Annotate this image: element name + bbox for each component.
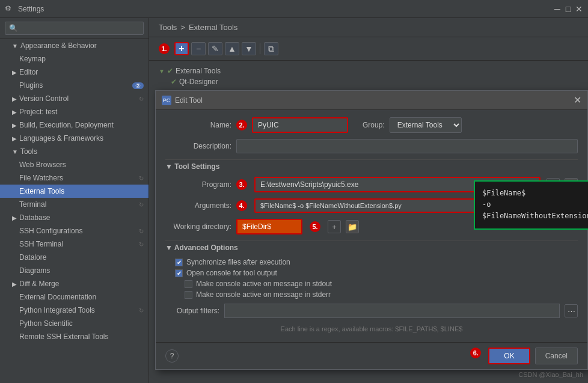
remove-button[interactable]: − <box>191 42 206 55</box>
output-filters-row: Output filters: ⋯ <box>165 304 578 318</box>
sidebar-item-diff-merge[interactable]: ▶ Diff & Merge <box>0 277 149 290</box>
make-active-stdout-checkbox[interactable] <box>185 280 192 288</box>
sidebar-item-label: Keymap <box>19 55 46 63</box>
output-filters-button[interactable]: ⋯ <box>565 304 578 317</box>
tree-item-qt-designer[interactable]: ✔ Qt-Designer <box>159 76 578 87</box>
ok-button[interactable]: OK <box>488 348 530 364</box>
sidebar-item-datalore[interactable]: Datalore <box>0 251 149 264</box>
working-dir-folder-button[interactable]: 📁 <box>346 220 359 233</box>
sidebar-item-label: Build, Execution, Deployment <box>19 121 114 129</box>
cancel-button[interactable]: Cancel <box>535 348 578 364</box>
dialog-footer: ? 6. OK Cancel <box>156 342 587 369</box>
output-filters-label: Output filters: <box>165 307 219 315</box>
sidebar-item-label: Database <box>19 213 50 222</box>
sidebar-item-label: Editor <box>19 68 38 76</box>
sidebar-item-python-scientific[interactable]: Python Scientific <box>0 317 149 330</box>
close-button[interactable]: ✕ <box>575 5 583 13</box>
step-6-badge: 6. <box>470 348 481 358</box>
output-hint: Each line is a regex, available macros: … <box>165 323 578 335</box>
chevron-icon: ▶ <box>12 215 17 221</box>
plugins-badge: ② <box>132 82 144 89</box>
make-active-stderr-checkbox[interactable] <box>185 291 192 299</box>
chevron-icon: ▼ <box>12 149 18 155</box>
tree-item-external-tools[interactable]: ▼ ✔ External Tools <box>159 66 578 76</box>
sidebar-item-keymap[interactable]: Keymap <box>0 52 149 66</box>
sidebar-item-label: Remote SSH External Tools <box>19 332 109 341</box>
sidebar-item-appearance[interactable]: ▼ Appearance & Behavior <box>0 39 149 52</box>
make-active-stdout-label: Make console active on message in stdout <box>196 280 332 288</box>
sync-icon: ↻ <box>139 175 144 182</box>
step-3-badge: 3. <box>236 179 247 190</box>
sidebar-item-label: SSH Terminal <box>19 240 63 248</box>
chevron-icon: ▶ <box>12 69 17 76</box>
make-active-stderr-label: Make console active on message in stderr <box>196 290 331 299</box>
sidebar-item-ext-doc[interactable]: External Documentation <box>0 290 149 304</box>
sidebar-item-ssh-configurations[interactable]: SSH Configurations ↻ <box>0 224 149 237</box>
search-box <box>0 18 149 39</box>
name-group-row: Name: 2. Group: External Tools <box>165 117 578 133</box>
maximize-button[interactable]: □ <box>564 5 572 13</box>
help-button[interactable]: ? <box>165 349 179 363</box>
sidebar-item-label: Datalore <box>19 253 46 262</box>
sync-files-checkbox[interactable]: ✔ <box>175 259 183 266</box>
move-up-button[interactable]: ▲ <box>225 42 239 55</box>
sidebar-item-database[interactable]: ▶ Database <box>0 211 149 224</box>
working-dir-plus-button[interactable]: + <box>328 220 341 233</box>
window-controls: ─ □ ✕ <box>553 5 583 13</box>
sidebar-item-ssh-terminal[interactable]: SSH Terminal ↻ <box>0 237 149 251</box>
working-dir-input[interactable] <box>236 219 302 234</box>
sidebar-item-external-tools[interactable]: External Tools <box>0 185 149 198</box>
description-input[interactable] <box>236 139 578 153</box>
sidebar-item-terminal[interactable]: Terminal ↻ <box>0 198 149 211</box>
add-button[interactable]: + <box>174 42 189 55</box>
name-label: Name: <box>165 121 231 129</box>
chevron-icon: ▶ <box>12 281 17 287</box>
breadcrumb: Tools > External Tools <box>149 18 588 37</box>
sidebar-item-version-control[interactable]: ▶ Version Control ↻ <box>0 92 149 105</box>
minimize-button[interactable]: ─ <box>553 5 562 13</box>
popup-line-1: $FileName$ <box>482 188 586 199</box>
sidebar-item-web-browsers[interactable]: Web Browsers <box>0 158 149 171</box>
sidebar-item-label: Languages & Frameworks <box>19 134 103 142</box>
dialog-close-button[interactable]: ✕ <box>574 94 581 106</box>
sidebar-item-languages[interactable]: ▶ Languages & Frameworks <box>0 132 149 145</box>
sidebar-item-python-integrated[interactable]: Python Integrated Tools ↻ <box>0 304 149 317</box>
sidebar-item-editor[interactable]: ▶ Editor <box>0 66 149 79</box>
sidebar-item-project[interactable]: ▶ Project: test <box>0 105 149 118</box>
search-input[interactable] <box>5 22 144 35</box>
chevron-icon: ▶ <box>12 109 17 115</box>
footer-buttons: 6. OK Cancel <box>470 348 578 364</box>
chevron-icon: ▶ <box>12 96 17 102</box>
sidebar: ▼ Appearance & Behavior Keymap ▶ Editor … <box>0 18 149 383</box>
sync-icon: ↻ <box>139 96 144 102</box>
sidebar-item-label: SSH Configurations <box>19 227 82 235</box>
group-select[interactable]: External Tools <box>390 117 462 133</box>
chevron-icon: ▶ <box>12 122 17 129</box>
move-down-button[interactable]: ▼ <box>242 42 256 55</box>
tool-settings-label: ▼ <box>165 162 174 171</box>
title-bar: ⚙ Settings ─ □ ✕ <box>0 0 588 18</box>
step-1-badge: 1. <box>159 43 170 54</box>
sidebar-item-label: Web Browsers <box>19 161 66 169</box>
sidebar-item-plugins[interactable]: Plugins ② <box>0 79 149 92</box>
sidebar-item-tools[interactable]: ▼ Tools <box>0 145 149 158</box>
edit-button[interactable]: ✎ <box>208 42 222 55</box>
sidebar-item-remote-ssh[interactable]: Remote SSH External Tools <box>0 330 149 343</box>
open-console-label: Open console for tool output <box>186 269 277 277</box>
tool-settings-header: ▼ Tool Settings <box>165 159 578 173</box>
open-console-checkbox[interactable]: ✔ <box>175 269 183 277</box>
output-filters-input[interactable] <box>224 304 560 318</box>
sidebar-item-label: Diff & Merge <box>19 280 59 288</box>
name-input[interactable] <box>252 117 348 133</box>
sidebar-item-diagrams[interactable]: Diagrams <box>0 264 149 277</box>
group-label: Group: <box>363 121 385 129</box>
breadcrumb-tools: Tools <box>159 23 177 32</box>
description-label: Description: <box>165 142 231 150</box>
sidebar-item-build[interactable]: ▶ Build, Execution, Deployment <box>0 118 149 132</box>
sidebar-item-file-watchers[interactable]: File Watchers ↻ <box>0 171 149 185</box>
edit-tool-dialog: PC Edit Tool ✕ Name: 2. Group: <box>155 90 588 370</box>
make-active-stderr-row: Make console active on message in stderr <box>165 290 578 299</box>
copy-button[interactable]: ⧉ <box>264 42 278 55</box>
step-5-badge: 5. <box>310 221 320 232</box>
open-console-row: ✔ Open console for tool output <box>165 269 578 277</box>
